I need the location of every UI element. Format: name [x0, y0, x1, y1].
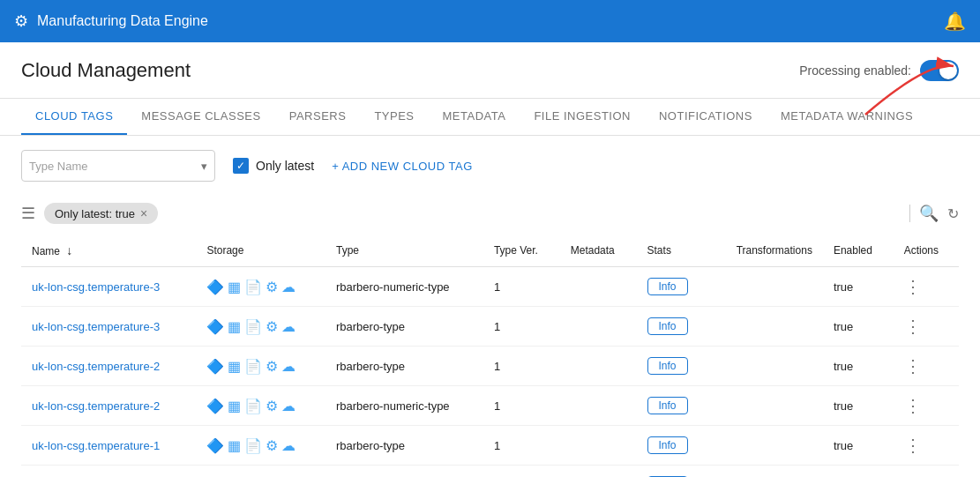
tabs-bar: CLOUD TAGS MESSAGE CLASSES PARSERS TYPES… [0, 99, 980, 136]
cell-enabled: true [823, 307, 894, 347]
table-row: uk-lon-csg.temperature-3 🔷 ▦ 📄 ⚙ ☁ rbarb… [21, 307, 959, 347]
cell-name: uk-lon-csg.temperature-2 [21, 347, 196, 386]
cell-metadata [560, 307, 637, 347]
col-transformations: Transformations [709, 235, 823, 267]
col-storage: Storage [196, 235, 325, 267]
only-latest-checkbox-label[interactable]: ✓ Only latest [233, 158, 314, 174]
actions-menu-button[interactable]: ⋮ [904, 435, 922, 456]
storage-gear-icon: ⚙ [266, 437, 278, 454]
storage-cloud-icon: ☁ [281, 318, 295, 335]
notifications-icon[interactable]: 🔔 [944, 11, 966, 32]
storage-stack-icon: 🔷 [206, 279, 224, 295]
cell-metadata [560, 347, 637, 386]
toolbar: Type Name ▾ ✓ Only latest + ADD NEW CLOU… [21, 136, 959, 196]
cell-actions: ⋮ [894, 307, 959, 347]
cell-transformations [709, 426, 823, 466]
processing-toggle[interactable] [920, 60, 959, 81]
col-type: Type [325, 235, 483, 267]
chevron-down-icon: ▾ [201, 160, 207, 173]
table-row: uk-lon-csg.temperature-1 🔷 ▦ 📄 ⚙ ☁ rbarb… [21, 426, 959, 466]
tab-cloud-tags[interactable]: CLOUD TAGS [21, 99, 127, 135]
cell-enabled: true [823, 267, 894, 307]
cell-type-ver: 1 [483, 267, 560, 307]
table-row: uk-lon-csg.temperature-2 🔷 ▦ 📄 ⚙ ☁ rbarb… [21, 386, 959, 426]
cell-enabled: true [823, 426, 894, 466]
tab-notifications[interactable]: NOTIFICATIONS [645, 99, 767, 135]
info-button[interactable]: Info [647, 357, 688, 375]
filter-chip: Only latest: true × [44, 203, 158, 224]
name-link[interactable]: uk-lon-csg.temperature-1 [32, 439, 160, 452]
cell-type-ver: 1 [483, 386, 560, 426]
only-latest-checkbox[interactable]: ✓ [233, 158, 249, 174]
name-link[interactable]: uk-lon-csg.temperature-2 [32, 399, 160, 413]
tab-types[interactable]: TYPES [360, 99, 428, 135]
storage-grid-icon: ▦ [228, 279, 241, 295]
tab-parsers[interactable]: PARSERS [275, 99, 361, 135]
cell-storage: 🔷 ▦ 📄 ⚙ ☁ [196, 466, 325, 478]
processing-label: Processing enabled: [799, 63, 911, 78]
type-name-placeholder: Type Name [29, 160, 87, 173]
cell-transformations [709, 386, 823, 426]
search-icon[interactable]: 🔍 [919, 204, 939, 223]
cell-name: uk-lon-csg.temperature-1 [21, 466, 196, 478]
col-metadata: Metadata [560, 235, 637, 267]
filter-divider [909, 205, 910, 222]
name-link[interactable]: uk-lon-csg.temperature-3 [32, 320, 160, 333]
cell-transformations [709, 267, 823, 307]
cell-stats: Info [637, 426, 709, 466]
add-cloud-tag-button[interactable]: + ADD NEW CLOUD TAG [332, 160, 473, 173]
table-row: uk-lon-csg.temperature-1 🔷 ▦ 📄 ⚙ ☁ rbarb… [21, 466, 959, 478]
cell-storage: 🔷 ▦ 📄 ⚙ ☁ [196, 426, 325, 466]
name-link[interactable]: uk-lon-csg.temperature-3 [32, 280, 160, 294]
tab-message-classes[interactable]: MESSAGE CLASSES [127, 99, 274, 135]
filter-chip-close[interactable]: × [140, 206, 147, 220]
storage-cloud-icon: ☁ [281, 398, 295, 414]
cell-actions: ⋮ [894, 426, 959, 466]
cell-actions: ⋮ [894, 386, 959, 426]
info-button[interactable]: Info [647, 436, 688, 454]
cell-type-ver: 1 [483, 307, 560, 347]
cell-enabled: true [823, 466, 894, 478]
cell-storage: 🔷 ▦ 📄 ⚙ ☁ [196, 386, 325, 426]
info-button[interactable]: Info [647, 278, 688, 295]
filter-chip-label: Only latest: true [55, 207, 135, 220]
cell-actions: ⋮ [894, 347, 959, 386]
actions-menu-button[interactable]: ⋮ [904, 316, 922, 337]
cell-type: rbarbero-type [325, 426, 483, 466]
top-bar: ⚙ Manufacturing Data Engine 🔔 [0, 0, 980, 42]
storage-grid-icon: ▦ [228, 318, 241, 335]
cell-stats: Info [637, 386, 709, 426]
cell-name: uk-lon-csg.temperature-3 [21, 267, 196, 307]
storage-doc-icon: 📄 [244, 358, 262, 375]
refresh-icon[interactable]: ↻ [947, 205, 959, 222]
actions-menu-button[interactable]: ⋮ [904, 276, 922, 297]
cell-type: rbarbero-type [325, 347, 483, 386]
page-title: Cloud Management [21, 59, 191, 82]
col-name: Name ↓ [21, 235, 196, 267]
actions-menu-button[interactable]: ⋮ [904, 395, 922, 416]
storage-cloud-icon: ☁ [281, 437, 295, 454]
cell-type-ver: 1 [483, 426, 560, 466]
tab-metadata[interactable]: METADATA [429, 99, 520, 135]
storage-stack-icon: 🔷 [206, 318, 224, 335]
type-name-select[interactable]: Type Name ▾ [21, 150, 215, 182]
cell-storage: 🔷 ▦ 📄 ⚙ ☁ [196, 267, 325, 307]
cell-stats: Info [637, 347, 709, 386]
storage-grid-icon: ▦ [228, 358, 241, 375]
cell-metadata [560, 426, 637, 466]
tab-file-ingestion[interactable]: FILE INGESTION [520, 99, 645, 135]
info-button[interactable]: Info [647, 317, 688, 335]
cell-storage: 🔷 ▦ 📄 ⚙ ☁ [196, 307, 325, 347]
cell-stats: Info [637, 466, 709, 478]
storage-gear-icon: ⚙ [266, 398, 278, 414]
cell-actions: ⋮ [894, 466, 959, 478]
tab-metadata-warnings[interactable]: METADATA WARNINGS [767, 99, 927, 135]
cell-name: uk-lon-csg.temperature-1 [21, 426, 196, 466]
info-button[interactable]: Info [647, 397, 688, 414]
storage-doc-icon: 📄 [244, 318, 262, 335]
cell-storage: 🔷 ▦ 📄 ⚙ ☁ [196, 347, 325, 386]
actions-menu-button[interactable]: ⋮ [904, 355, 922, 376]
storage-cloud-icon: ☁ [281, 279, 295, 295]
cell-name: uk-lon-csg.temperature-3 [21, 307, 196, 347]
name-link[interactable]: uk-lon-csg.temperature-2 [32, 360, 160, 373]
